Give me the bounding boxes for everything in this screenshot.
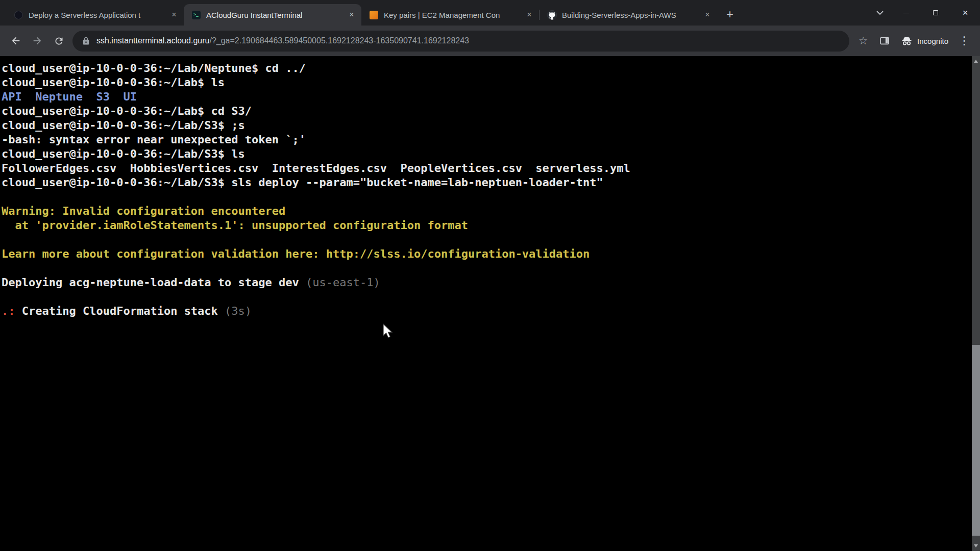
- browser-menu-button[interactable]: ⋮: [953, 30, 975, 52]
- terminal-line: cloud_user@ip-10-0-0-36:~/Lab/S3$ ls: [2, 147, 968, 161]
- tab-close-icon[interactable]: ×: [168, 9, 180, 20]
- url-path: /?_ga=2.190684463.589450005.1692128243-1…: [209, 36, 469, 45]
- kebab-menu-icon: ⋮: [959, 34, 970, 47]
- terminal-text-segment: .:: [2, 305, 15, 317]
- browser-toolbar: ssh.instantterminal.acloud.guru/?_ga=2.1…: [0, 26, 980, 56]
- terminal-line: cloud_user@ip-10-0-0-36:~/Lab$ ls: [2, 76, 968, 90]
- tab-3[interactable]: Key pairs | EC2 Management Con×: [361, 4, 539, 26]
- bookmark-button[interactable]: ☆: [852, 30, 874, 52]
- terminal-line: [2, 261, 968, 276]
- incognito-badge: Incognito: [895, 30, 953, 52]
- terminal-text-segment: [110, 90, 124, 103]
- tab-close-icon[interactable]: ×: [702, 9, 713, 20]
- maximize-button[interactable]: [921, 0, 950, 26]
- terminal-text-segment: cloud_user@ip-10-0-0-36:~/Lab$ ls: [2, 76, 225, 89]
- incognito-icon: [900, 35, 913, 47]
- terminal-line: Learn more about configuration validatio…: [2, 247, 968, 261]
- back-button[interactable]: [5, 30, 27, 52]
- chevron-down-icon: [876, 11, 884, 15]
- tab-title: Key pairs | EC2 Management Con: [384, 11, 519, 19]
- terminal-line: cloud_user@ip-10-0-0-36:~/Lab/S3$ ;s: [2, 118, 968, 133]
- page-scrollbar[interactable]: [972, 56, 980, 551]
- terminal-page: cloud_user@ip-10-0-0-36:~/Lab/Neptune$ c…: [0, 56, 980, 551]
- acloudguru-favicon: [13, 10, 23, 20]
- reload-button[interactable]: [48, 30, 69, 52]
- terminal-line: at 'provider.iamRoleStatements.1': unsup…: [2, 218, 968, 233]
- terminal-text-segment: Warning: Invalid configuration encounter…: [2, 205, 285, 217]
- close-window-button[interactable]: ×: [950, 0, 980, 26]
- triangle-up-icon: [974, 60, 978, 63]
- side-panel-icon: [879, 35, 890, 46]
- terminal-line: cloud_user@ip-10-0-0-36:~/Lab$ cd S3/: [2, 104, 968, 118]
- tab-search-button[interactable]: [869, 0, 891, 26]
- terminal-line: -bash: syntax error near unexpected toke…: [2, 133, 968, 147]
- tab-strip: Deploy a Serverless Application t×>_AClo…: [0, 0, 980, 26]
- terminal-text-segment: (us-east-1): [306, 276, 380, 289]
- tab-1[interactable]: Deploy a Serverless Application t×: [6, 4, 184, 26]
- terminal-line: FollowerEdges.csv HobbiesVertices.csv In…: [2, 161, 968, 176]
- terminal-line: [2, 233, 968, 247]
- terminal-text-segment: S3: [96, 90, 110, 103]
- minimize-button[interactable]: [891, 0, 921, 26]
- terminal-text-segment: (3s): [225, 305, 252, 317]
- terminal-output[interactable]: cloud_user@ip-10-0-0-36:~/Lab/Neptune$ c…: [0, 56, 980, 318]
- terminal-text-segment: Learn more about configuration validatio…: [2, 247, 590, 260]
- plus-icon: +: [726, 8, 733, 20]
- aws-ec2-favicon: [369, 10, 379, 20]
- address-bar[interactable]: ssh.instantterminal.acloud.guru/?_ga=2.1…: [72, 31, 849, 52]
- terminal-text-segment: Creating CloudFormation stack: [15, 305, 225, 317]
- terminal-line: Warning: Invalid configuration encounter…: [2, 204, 968, 218]
- lock-icon: [82, 37, 90, 45]
- terminal-line: Deploying acg-neptune-load-data to stage…: [2, 276, 968, 290]
- side-panel-button[interactable]: [874, 30, 895, 52]
- terminal-line: cloud_user@ip-10-0-0-36:~/Lab/S3$ sls de…: [2, 176, 968, 190]
- terminal-text-segment: [83, 90, 96, 103]
- tab-close-icon[interactable]: ×: [524, 9, 535, 20]
- scrollbar-thumb[interactable]: [972, 345, 980, 536]
- terminal-text-segment: -bash: syntax error near unexpected toke…: [2, 133, 306, 146]
- terminal-text-segment: cloud_user@ip-10-0-0-36:~/Lab/Neptune$ c…: [2, 62, 306, 74]
- terminal-line: cloud_user@ip-10-0-0-36:~/Lab/Neptune$ c…: [2, 61, 968, 76]
- url-host: ssh.instantterminal.acloud.guru: [96, 36, 209, 45]
- scroll-up-button[interactable]: [972, 56, 980, 66]
- terminal-line: API Neptune S3 UI: [2, 90, 968, 104]
- terminal-line: [2, 290, 968, 304]
- terminal-text-segment: at 'provider.iamRoleStatements.1': unsup…: [2, 219, 468, 232]
- close-icon: ×: [962, 7, 968, 18]
- forward-button[interactable]: [27, 30, 48, 52]
- terminal-text-segment: API: [2, 90, 22, 103]
- terminal-text-segment: cloud_user@ip-10-0-0-36:~/Lab/S3$ sls de…: [2, 176, 603, 189]
- terminal-text-segment: cloud_user@ip-10-0-0-36:~/Lab/S3$ ;s: [2, 119, 245, 132]
- terminal-text-segment: UI: [123, 90, 137, 103]
- new-tab-button[interactable]: +: [721, 6, 739, 23]
- tab-4[interactable]: Building-Serverless-Apps-in-AWS×: [540, 4, 717, 26]
- terminal-line: [2, 190, 968, 204]
- back-arrow-icon: [10, 35, 21, 46]
- terminal-text-segment: FollowerEdges.csv HobbiesVertices.csv In…: [2, 162, 630, 174]
- url-text: ssh.instantterminal.acloud.guru/?_ga=2.1…: [96, 36, 469, 45]
- tab-title: Deploy a Serverless Application t: [29, 11, 163, 19]
- scroll-down-button[interactable]: [972, 541, 980, 551]
- tab-title: ACloudGuru InstantTerminal: [206, 11, 341, 19]
- triangle-down-icon: [974, 544, 978, 547]
- browser-window: Deploy a Serverless Application t×>_AClo…: [0, 0, 980, 551]
- tab-close-icon[interactable]: ×: [346, 9, 357, 20]
- terminal-text-segment: Neptune: [35, 90, 83, 103]
- incognito-label: Incognito: [917, 37, 948, 45]
- terminal-text-segment: cloud_user@ip-10-0-0-36:~/Lab$ cd S3/: [2, 105, 252, 117]
- terminal-favicon: >_: [191, 10, 201, 20]
- forward-arrow-icon: [32, 35, 43, 46]
- reload-icon: [54, 36, 64, 46]
- minimize-icon: [903, 13, 909, 13]
- mouse-cursor-icon: [382, 323, 395, 342]
- tab-2[interactable]: >_ACloudGuru InstantTerminal×: [184, 4, 361, 26]
- github-favicon: [547, 10, 557, 20]
- terminal-text-segment: [22, 90, 36, 103]
- tab-title: Building-Serverless-Apps-in-AWS: [562, 11, 697, 19]
- terminal-text-segment: Deploying acg-neptune-load-data to stage…: [2, 276, 306, 289]
- terminal-line: .: Creating CloudFormation stack (3s): [2, 304, 968, 318]
- terminal-text-segment: cloud_user@ip-10-0-0-36:~/Lab/S3$ ls: [2, 147, 245, 160]
- window-controls: ×: [869, 0, 980, 26]
- bookmark-star-icon: ☆: [859, 35, 868, 47]
- maximize-icon: [933, 10, 938, 15]
